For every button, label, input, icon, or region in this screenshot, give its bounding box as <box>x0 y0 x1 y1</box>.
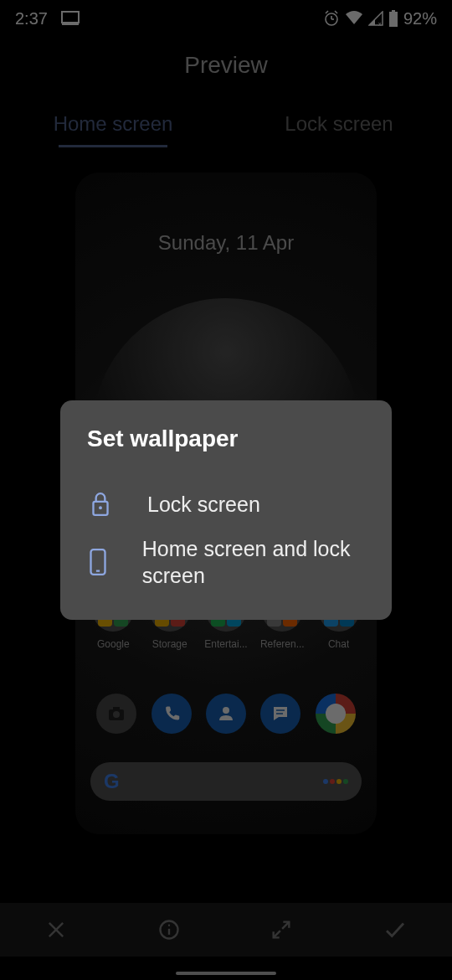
option-label: Lock screen <box>147 491 260 518</box>
option-label: Home screen and lock screen <box>142 535 365 590</box>
phone-icon <box>87 548 109 576</box>
dialog-title: Set wallpaper <box>87 426 365 452</box>
set-wallpaper-dialog: Set wallpaper Lock screen Home screen an… <box>60 400 392 620</box>
svg-point-24 <box>99 507 102 510</box>
option-home-and-lock[interactable]: Home screen and lock screen <box>87 527 365 598</box>
option-lock-screen[interactable]: Lock screen <box>87 482 365 527</box>
lock-icon <box>87 491 114 518</box>
